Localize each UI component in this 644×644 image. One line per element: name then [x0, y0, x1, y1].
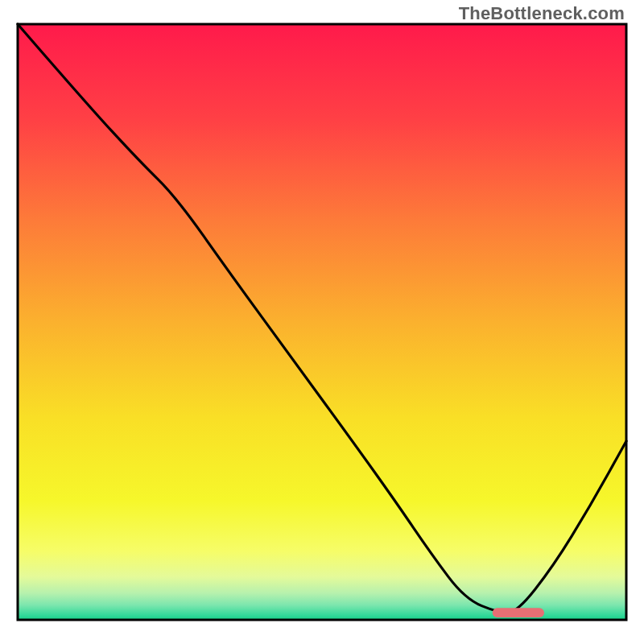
plot-background — [18, 24, 626, 620]
optimal-marker — [493, 608, 544, 617]
bottleneck-chart — [0, 0, 644, 644]
